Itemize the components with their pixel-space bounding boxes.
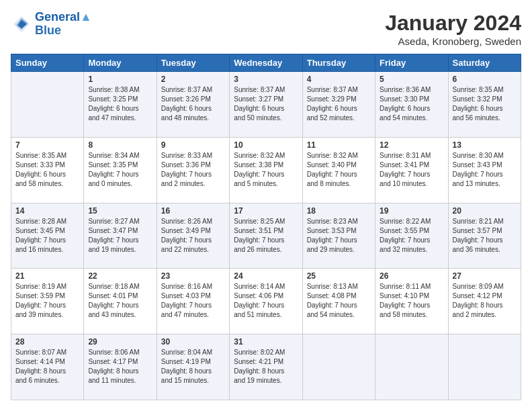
col-header-sunday: Sunday bbox=[11, 54, 84, 72]
day-info: Sunrise: 8:07 AM Sunset: 4:14 PM Dayligh… bbox=[15, 348, 79, 385]
calendar-cell: 19Sunrise: 8:22 AM Sunset: 3:55 PM Dayli… bbox=[375, 203, 448, 269]
day-info: Sunrise: 8:38 AM Sunset: 3:25 PM Dayligh… bbox=[88, 85, 152, 123]
day-number: 5 bbox=[380, 75, 443, 84]
day-info: Sunrise: 8:26 AM Sunset: 3:49 PM Dayligh… bbox=[161, 217, 225, 255]
week-row-4: 21Sunrise: 8:19 AM Sunset: 3:59 PM Dayli… bbox=[11, 269, 521, 334]
day-info: Sunrise: 8:28 AM Sunset: 3:45 PM Dayligh… bbox=[15, 217, 79, 255]
day-number: 13 bbox=[453, 140, 517, 150]
day-number: 22 bbox=[88, 271, 152, 281]
calendar-cell: 11Sunrise: 8:32 AM Sunset: 3:40 PM Dayli… bbox=[302, 137, 375, 203]
day-info: Sunrise: 8:34 AM Sunset: 3:35 PM Dayligh… bbox=[88, 151, 152, 189]
day-number: 11 bbox=[307, 140, 371, 150]
day-info: Sunrise: 8:33 AM Sunset: 3:36 PM Dayligh… bbox=[161, 151, 225, 189]
calendar-cell: 26Sunrise: 8:11 AM Sunset: 4:10 PM Dayli… bbox=[375, 269, 448, 334]
day-number: 30 bbox=[161, 337, 225, 347]
day-info: Sunrise: 8:37 AM Sunset: 3:27 PM Dayligh… bbox=[234, 85, 298, 123]
day-info: Sunrise: 8:25 AM Sunset: 3:51 PM Dayligh… bbox=[234, 217, 298, 255]
calendar-cell: 17Sunrise: 8:25 AM Sunset: 3:51 PM Dayli… bbox=[230, 203, 302, 269]
day-info: Sunrise: 8:31 AM Sunset: 3:41 PM Dayligh… bbox=[380, 151, 443, 189]
page: General▲ Blue January 2024 Aseda, Kronob… bbox=[0, 0, 532, 411]
calendar-cell: 5Sunrise: 8:36 AM Sunset: 3:30 PM Daylig… bbox=[375, 72, 448, 138]
day-number: 4 bbox=[307, 75, 371, 84]
calendar-cell: 10Sunrise: 8:32 AM Sunset: 3:38 PM Dayli… bbox=[230, 137, 302, 203]
day-number: 15 bbox=[88, 206, 152, 216]
calendar-cell: 25Sunrise: 8:13 AM Sunset: 4:08 PM Dayli… bbox=[302, 269, 375, 334]
day-number: 7 bbox=[15, 140, 79, 150]
week-row-2: 7Sunrise: 8:35 AM Sunset: 3:33 PM Daylig… bbox=[11, 137, 521, 203]
day-info: Sunrise: 8:30 AM Sunset: 3:43 PM Dayligh… bbox=[453, 151, 517, 189]
week-row-1: 1Sunrise: 8:38 AM Sunset: 3:25 PM Daylig… bbox=[11, 72, 521, 138]
calendar-cell: 31Sunrise: 8:02 AM Sunset: 4:21 PM Dayli… bbox=[230, 334, 302, 400]
col-header-saturday: Saturday bbox=[448, 54, 521, 72]
day-number: 28 bbox=[15, 337, 79, 347]
day-info: Sunrise: 8:32 AM Sunset: 3:38 PM Dayligh… bbox=[234, 151, 298, 189]
day-number: 31 bbox=[234, 337, 298, 347]
day-info: Sunrise: 8:09 AM Sunset: 4:12 PM Dayligh… bbox=[453, 282, 517, 320]
day-number: 9 bbox=[161, 140, 225, 150]
calendar-cell: 29Sunrise: 8:06 AM Sunset: 4:17 PM Dayli… bbox=[84, 334, 157, 400]
calendar-cell: 30Sunrise: 8:04 AM Sunset: 4:19 PM Dayli… bbox=[157, 334, 229, 400]
day-number: 21 bbox=[15, 271, 79, 281]
day-info: Sunrise: 8:37 AM Sunset: 3:29 PM Dayligh… bbox=[307, 85, 371, 123]
day-number: 17 bbox=[234, 206, 298, 216]
calendar-cell: 2Sunrise: 8:37 AM Sunset: 3:26 PM Daylig… bbox=[157, 72, 229, 138]
calendar-cell: 6Sunrise: 8:35 AM Sunset: 3:32 PM Daylig… bbox=[448, 72, 521, 138]
calendar-cell: 7Sunrise: 8:35 AM Sunset: 3:33 PM Daylig… bbox=[11, 137, 84, 203]
day-info: Sunrise: 8:36 AM Sunset: 3:30 PM Dayligh… bbox=[380, 85, 443, 123]
calendar-cell: 24Sunrise: 8:14 AM Sunset: 4:06 PM Dayli… bbox=[230, 269, 302, 334]
calendar-cell: 4Sunrise: 8:37 AM Sunset: 3:29 PM Daylig… bbox=[302, 72, 375, 138]
day-info: Sunrise: 8:35 AM Sunset: 3:33 PM Dayligh… bbox=[15, 151, 79, 189]
col-header-wednesday: Wednesday bbox=[230, 54, 302, 72]
logo-icon bbox=[11, 13, 32, 35]
calendar-cell: 14Sunrise: 8:28 AM Sunset: 3:45 PM Dayli… bbox=[11, 203, 84, 269]
day-number: 12 bbox=[380, 140, 443, 150]
day-info: Sunrise: 8:21 AM Sunset: 3:57 PM Dayligh… bbox=[453, 217, 517, 255]
day-info: Sunrise: 8:02 AM Sunset: 4:21 PM Dayligh… bbox=[234, 348, 298, 385]
day-number: 8 bbox=[88, 140, 152, 150]
day-number: 14 bbox=[15, 206, 79, 216]
day-info: Sunrise: 8:13 AM Sunset: 4:08 PM Dayligh… bbox=[307, 282, 371, 320]
day-number: 1 bbox=[88, 75, 152, 84]
header-row: SundayMondayTuesdayWednesdayThursdayFrid… bbox=[11, 54, 521, 72]
title-block: January 2024 Aseda, Kronoberg, Sweden bbox=[385, 11, 521, 47]
day-info: Sunrise: 8:11 AM Sunset: 4:10 PM Dayligh… bbox=[380, 282, 443, 320]
calendar-table: SundayMondayTuesdayWednesdayThursdayFrid… bbox=[11, 54, 521, 400]
day-info: Sunrise: 8:37 AM Sunset: 3:26 PM Dayligh… bbox=[161, 85, 225, 123]
calendar-cell bbox=[11, 72, 84, 138]
calendar-cell bbox=[448, 334, 521, 400]
day-number: 2 bbox=[161, 75, 225, 84]
week-row-5: 28Sunrise: 8:07 AM Sunset: 4:14 PM Dayli… bbox=[11, 334, 521, 400]
day-number: 18 bbox=[307, 206, 371, 216]
calendar-cell: 13Sunrise: 8:30 AM Sunset: 3:43 PM Dayli… bbox=[448, 137, 521, 203]
calendar-cell: 20Sunrise: 8:21 AM Sunset: 3:57 PM Dayli… bbox=[448, 203, 521, 269]
logo: General▲ Blue bbox=[11, 11, 92, 38]
calendar-cell: 12Sunrise: 8:31 AM Sunset: 3:41 PM Dayli… bbox=[375, 137, 448, 203]
day-number: 10 bbox=[234, 140, 298, 150]
day-number: 29 bbox=[88, 337, 152, 347]
calendar-cell: 3Sunrise: 8:37 AM Sunset: 3:27 PM Daylig… bbox=[230, 72, 302, 138]
calendar-cell: 28Sunrise: 8:07 AM Sunset: 4:14 PM Dayli… bbox=[11, 334, 84, 400]
day-info: Sunrise: 8:18 AM Sunset: 4:01 PM Dayligh… bbox=[88, 282, 152, 320]
day-info: Sunrise: 8:04 AM Sunset: 4:19 PM Dayligh… bbox=[161, 348, 225, 385]
logo-line1: General bbox=[35, 10, 80, 24]
day-info: Sunrise: 8:16 AM Sunset: 4:03 PM Dayligh… bbox=[161, 282, 225, 320]
calendar-cell: 15Sunrise: 8:27 AM Sunset: 3:47 PM Dayli… bbox=[84, 203, 157, 269]
col-header-monday: Monday bbox=[84, 54, 157, 72]
calendar-cell bbox=[375, 334, 448, 400]
calendar-cell: 9Sunrise: 8:33 AM Sunset: 3:36 PM Daylig… bbox=[157, 137, 229, 203]
day-number: 24 bbox=[234, 271, 298, 281]
header: General▲ Blue January 2024 Aseda, Kronob… bbox=[11, 11, 521, 47]
day-info: Sunrise: 8:06 AM Sunset: 4:17 PM Dayligh… bbox=[88, 348, 152, 385]
calendar-cell: 21Sunrise: 8:19 AM Sunset: 3:59 PM Dayli… bbox=[11, 269, 84, 334]
calendar-cell: 18Sunrise: 8:23 AM Sunset: 3:53 PM Dayli… bbox=[302, 203, 375, 269]
day-info: Sunrise: 8:14 AM Sunset: 4:06 PM Dayligh… bbox=[234, 282, 298, 320]
day-number: 26 bbox=[380, 271, 443, 281]
day-info: Sunrise: 8:32 AM Sunset: 3:40 PM Dayligh… bbox=[307, 151, 371, 189]
calendar-cell: 27Sunrise: 8:09 AM Sunset: 4:12 PM Dayli… bbox=[448, 269, 521, 334]
month-title: January 2024 bbox=[385, 11, 521, 36]
day-info: Sunrise: 8:19 AM Sunset: 3:59 PM Dayligh… bbox=[15, 282, 79, 320]
calendar-cell bbox=[302, 334, 375, 400]
day-info: Sunrise: 8:23 AM Sunset: 3:53 PM Dayligh… bbox=[307, 217, 371, 255]
logo-text: General▲ Blue bbox=[35, 11, 92, 38]
day-info: Sunrise: 8:27 AM Sunset: 3:47 PM Dayligh… bbox=[88, 217, 152, 255]
